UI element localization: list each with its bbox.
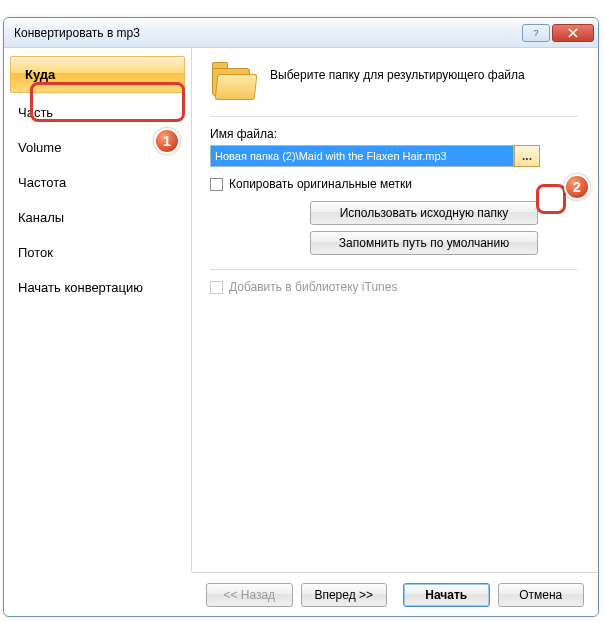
remember-path-button[interactable]: Запомнить путь по умолчанию	[310, 231, 538, 255]
sidebar-item-start-conversion[interactable]: Начать конвертацию	[4, 270, 191, 305]
titlebar-buttons: ?	[522, 24, 594, 42]
close-button[interactable]	[552, 24, 594, 42]
filename-input[interactable]: Новая папка (2)\Maid with the Flaxen Hai…	[210, 145, 514, 167]
cancel-button[interactable]: Отмена	[498, 583, 585, 607]
add-itunes-label: Добавить в библиотеку iTunes	[229, 280, 397, 294]
sidebar-item-part[interactable]: Часть	[4, 95, 191, 130]
sidebar-item-frequency[interactable]: Частота	[4, 165, 191, 200]
copy-tags-checkbox[interactable]	[210, 178, 223, 191]
sidebar-item-stream[interactable]: Поток	[4, 235, 191, 270]
svg-text:?: ?	[533, 28, 538, 38]
help-button[interactable]: ?	[522, 24, 550, 42]
browse-button[interactable]: ...	[514, 145, 540, 167]
sidebar-item-destination[interactable]: Куда	[10, 56, 185, 93]
titlebar[interactable]: Конвертировать в mp3 ?	[4, 18, 598, 48]
folder-icon	[210, 62, 258, 102]
dialog-window: Конвертировать в mp3 ? Куда Часть Volume…	[3, 17, 599, 617]
sidebar: Куда Часть Volume Частота Каналы Поток Н…	[4, 48, 192, 572]
next-button[interactable]: Вперед >>	[301, 583, 388, 607]
filename-label: Имя файла:	[210, 127, 578, 141]
add-itunes-checkbox	[210, 281, 223, 294]
sidebar-item-volume[interactable]: Volume	[4, 130, 191, 165]
copy-tags-label: Копировать оригинальные метки	[229, 177, 412, 191]
use-source-button[interactable]: Использовать исходную папку	[310, 201, 538, 225]
main-pane: Выберите папку для результирующего файла…	[192, 48, 598, 572]
window-title: Конвертировать в mp3	[14, 26, 522, 40]
footer: << Назад Вперед >> Начать Отмена	[192, 572, 598, 616]
back-button[interactable]: << Назад	[206, 583, 293, 607]
start-button[interactable]: Начать	[403, 583, 490, 607]
sidebar-item-channels[interactable]: Каналы	[4, 200, 191, 235]
instruction-text: Выберите папку для результирующего файла	[270, 62, 525, 84]
